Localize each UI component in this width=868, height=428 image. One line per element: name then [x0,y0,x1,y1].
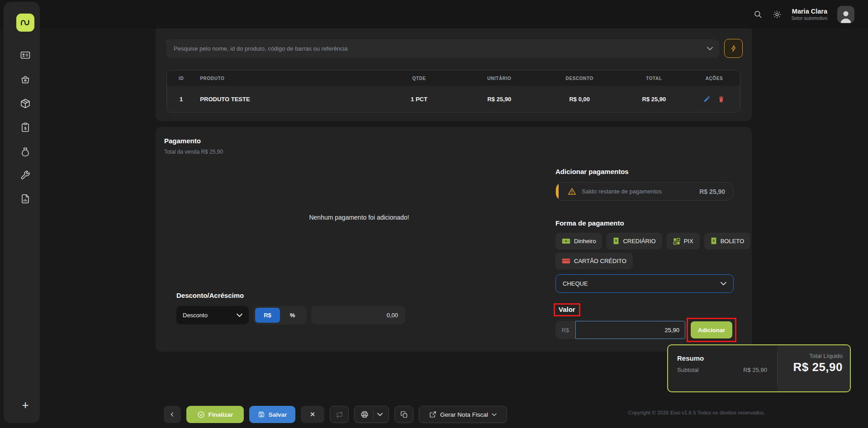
avatar[interactable] [837,6,854,23]
basket-icon [20,74,31,85]
duplicate-button[interactable] [394,406,413,423]
sidebar-item-vendas[interactable] [16,72,34,87]
cell-desconto: R$ 0,00 [540,86,620,112]
sidebar-add-button[interactable]: + [16,397,34,413]
method-crediario-button[interactable]: $ CREDIÁRIO [607,233,662,249]
summary-panel: Resumo Subtotal R$ 25,90 Total Líquido R… [667,344,851,392]
receipt-dollar-icon: $ [711,237,717,245]
summary-title: Resumo [677,354,767,362]
valor-annotation-box: Valor [554,303,580,316]
payment-method-select[interactable]: CHEQUE [555,274,734,293]
chevron-down-icon [707,47,713,51]
empty-payments-message: Nenhum pagamento foi adicionado! [246,214,472,221]
warning-value: R$ 25,90 [699,188,725,195]
sidebar-item-financeiro[interactable]: $ [16,120,34,135]
delete-row-button[interactable] [718,95,725,103]
svg-text:$: $ [24,126,26,131]
user-role: Setor automotivo [792,15,827,21]
receipt-dollar-icon: $ [613,237,619,245]
wrench-icon [20,169,31,180]
sidebar-item-produtos[interactable] [16,96,34,111]
sidebar-item-caixa[interactable] [16,144,34,160]
currency-prefix: R$ [555,321,575,339]
edit-row-button[interactable] [703,95,711,103]
sidebar-item-servicos[interactable] [16,167,34,183]
method-pix-button[interactable]: PIX [667,233,700,249]
cell-unitario: R$ 25,90 [459,86,539,112]
generate-invoice-button[interactable]: Gerar Nota Fiscal [419,406,507,423]
user-info: Maria Clara Setor automotivo [792,7,827,21]
app-logo[interactable] [16,14,34,32]
payment-method-value: CHEQUE [563,280,588,287]
quick-add-button[interactable] [724,39,743,58]
lightning-icon [730,44,737,52]
chevron-down-icon [721,282,726,286]
remaining-balance-warning: Saldo restante de pagamentos R$ 25,90 [555,182,734,201]
col-unitario: UNITÁRIO [459,71,539,86]
print-button[interactable] [354,406,389,423]
report-chart-icon [20,193,31,204]
pix-icon [673,238,680,245]
add-payments-panel: Adicionar pagamentos Saldo restante de p… [555,127,734,352]
invoice-clipboard-icon: $ [20,122,31,133]
save-button[interactable]: Salvar [249,406,295,423]
product-search-select[interactable] [166,39,719,58]
method-label: PIX [684,238,693,245]
topbar: Maria Clara Setor automotivo [0,0,868,28]
svg-text:$: $ [615,239,617,243]
method-boleto-button[interactable]: $ BOLETO [704,233,751,249]
product-search-input[interactable] [166,45,707,52]
money-bill-icon [562,238,570,245]
col-qtde: QTDE [379,71,459,86]
method-label: BOLETO [721,238,745,245]
user-avatar-icon [838,9,854,23]
subtotal-label: Subtotal [677,367,699,373]
payment-methods-row: Dinheiro $ CREDIÁRIO PIX $ BOLETO [555,233,750,249]
credit-card-icon [562,258,570,264]
products-table: ID PRODUTO QTDE UNITÁRIO DESCONTO TOTAL … [166,70,740,113]
finalize-button[interactable]: Finalizar [186,406,244,423]
payment-method-title: Forma de pagamento [555,219,624,227]
floppy-disk-icon [258,411,265,418]
copyright-text: Copyright © 2026 Eixo v1.6.5 Todos os di… [624,410,769,415]
currency-toggle-button[interactable]: R$ [255,308,280,323]
cell-qtde: 1 PCT [379,86,459,112]
payment-value-input[interactable] [575,321,685,339]
warning-accent-bar [556,183,559,200]
sidebar-item-cadastros[interactable] [16,47,34,63]
sun-icon [773,10,782,19]
payment-title: Pagamento [164,137,201,145]
chevron-down-icon [237,313,242,317]
method-cartao-credito-button[interactable]: CARTÃO CRÉDITO [555,253,633,269]
discount-title: Desconto/Acréscimo [176,292,244,299]
add-payment-button[interactable]: Adicionar [691,321,732,339]
repeat-sale-button[interactable] [330,406,349,423]
method-label: CREDIÁRIO [623,238,655,245]
method-label: CARTÃO CRÉDITO [574,258,626,264]
theme-toggle-button[interactable] [773,10,782,19]
chevron-down-icon [492,413,497,416]
discount-value-input[interactable] [311,306,405,325]
discount-type-select[interactable]: Desconto [176,306,249,325]
value-label: Valor [559,306,575,313]
method-label: Dinheiro [574,238,596,245]
bottom-toolbar: Finalizar Salvar ✕ Gerar Nota Fiscal [164,406,507,423]
printer-icon [360,410,369,419]
chevron-left-icon [169,411,175,418]
col-acoes: AÇÕES [688,71,740,86]
cancel-button[interactable]: ✕ [301,406,324,423]
search-button[interactable] [754,10,763,19]
col-desconto: DESCONTO [540,71,620,86]
table-header-row: ID PRODUTO QTDE UNITÁRIO DESCONTO TOTAL … [167,71,740,86]
method-dinheiro-button[interactable]: Dinheiro [555,233,602,249]
percent-toggle-button[interactable]: % [280,308,305,323]
finalize-label: Finalizar [209,411,233,418]
sidebar: $ + [4,2,40,423]
copy-icon [400,411,408,419]
svg-text:$: $ [712,239,715,243]
payment-value-group: R$ [555,321,685,339]
trash-icon [718,95,725,103]
package-icon [20,98,31,109]
sidebar-item-relatorios[interactable] [16,191,34,207]
back-button[interactable] [164,406,181,423]
